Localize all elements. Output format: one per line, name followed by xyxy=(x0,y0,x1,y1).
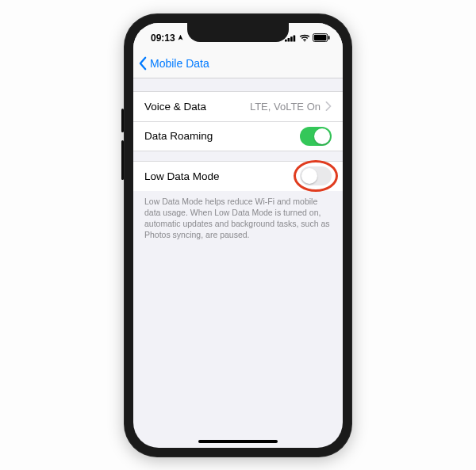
voice-and-data-label: Voice & Data xyxy=(144,101,206,113)
chevron-right-icon xyxy=(325,101,332,111)
low-data-mode-description: Low Data Mode helps reduce Wi-Fi and mob… xyxy=(133,191,343,241)
svg-rect-0 xyxy=(285,39,287,41)
wifi-icon xyxy=(299,34,310,42)
location-icon xyxy=(177,34,184,41)
svg-rect-6 xyxy=(314,35,327,40)
settings-group-1: Voice & Data LTE, VoLTE On Data Roaming xyxy=(133,91,343,151)
chevron-left-icon xyxy=(138,56,148,71)
nav-bar: Mobile Data xyxy=(133,50,343,78)
svg-point-4 xyxy=(304,40,305,42)
home-indicator[interactable] xyxy=(198,440,278,443)
svg-rect-7 xyxy=(328,36,330,40)
settings-group-2: Low Data Mode Low Data Mode helps reduce… xyxy=(133,161,343,241)
data-roaming-toggle[interactable] xyxy=(300,127,332,146)
low-data-mode-cell: Low Data Mode xyxy=(133,161,343,191)
voice-and-data-value: LTE, VoLTE On xyxy=(250,101,321,113)
back-label: Mobile Data xyxy=(150,57,209,70)
svg-rect-3 xyxy=(294,35,296,41)
status-time: 09:13 xyxy=(151,32,175,44)
svg-rect-1 xyxy=(288,38,290,41)
settings-content: Voice & Data LTE, VoLTE On Data Roaming … xyxy=(133,91,343,241)
low-data-mode-label: Low Data Mode xyxy=(144,170,220,182)
voice-and-data-cell[interactable]: Voice & Data LTE, VoLTE On xyxy=(133,91,343,121)
data-roaming-cell: Data Roaming xyxy=(133,121,343,151)
low-data-mode-toggle[interactable] xyxy=(300,166,332,185)
battery-icon xyxy=(313,33,330,42)
notch xyxy=(187,23,289,42)
back-button[interactable]: Mobile Data xyxy=(138,56,209,71)
svg-rect-2 xyxy=(290,36,293,41)
data-roaming-label: Data Roaming xyxy=(144,130,213,142)
screen: 09:13 xyxy=(133,23,343,448)
phone-frame: 09:13 xyxy=(124,13,352,457)
